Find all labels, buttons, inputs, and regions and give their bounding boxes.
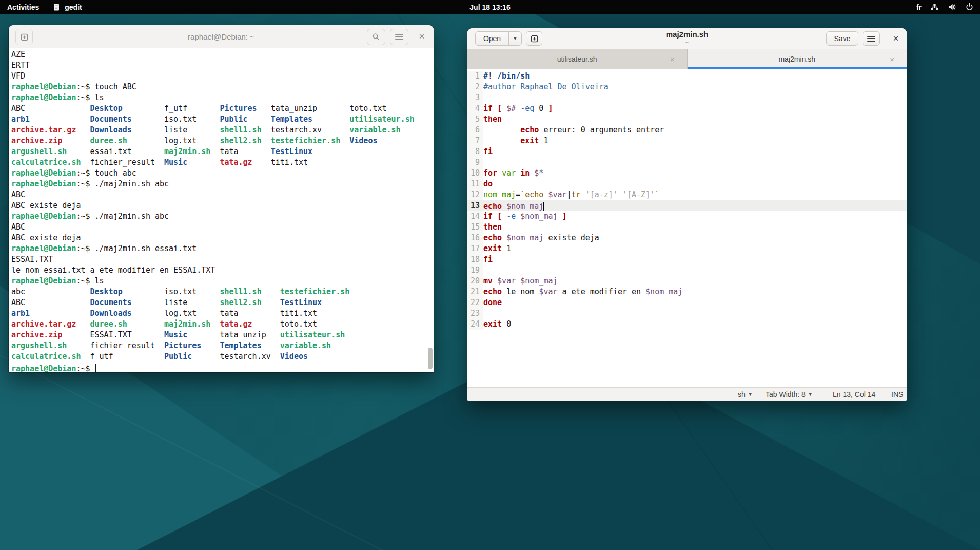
tab-utilisateur[interactable]: utilisateur.sh × bbox=[467, 49, 688, 69]
line-number: 21 bbox=[467, 287, 483, 297]
chevron-down-icon: ▼ bbox=[808, 392, 813, 397]
line-number: 19 bbox=[467, 265, 483, 276]
volume-icon[interactable] bbox=[948, 3, 956, 11]
code-line: 9 bbox=[467, 157, 907, 168]
line-number: 11 bbox=[467, 179, 483, 189]
code-line: 7 exit 1 bbox=[467, 136, 907, 146]
tab-width-selector[interactable]: Tab Width: 8 ▼ bbox=[766, 388, 813, 401]
tab-bar: utilisateur.sh × maj2min.sh × bbox=[467, 49, 907, 69]
code-line: 21echo le nom $var a ete modifier en $no… bbox=[467, 287, 907, 297]
text-caret bbox=[543, 202, 544, 211]
save-button[interactable]: Save bbox=[826, 31, 858, 46]
line-number: 17 bbox=[467, 243, 483, 254]
line-number: 13 bbox=[467, 200, 483, 211]
chevron-down-icon: ▼ bbox=[513, 36, 518, 41]
code-line: 2#author Raphael De Oliveira bbox=[467, 82, 907, 92]
terminal-line: raphael@Debian:~$ touch ABC bbox=[11, 82, 434, 92]
terminal-line: raphael@Debian:~$ touch abc bbox=[11, 168, 434, 179]
line-number: 6 bbox=[467, 125, 483, 136]
code-line: 14if [ -e $nom_maj ] bbox=[467, 211, 907, 222]
code-line: 24exit 0 bbox=[467, 319, 907, 330]
code-line: 10for var in $* bbox=[467, 168, 907, 179]
clock[interactable]: Jul 18 13:16 bbox=[469, 0, 510, 14]
terminal-body[interactable]: AZEERTTVFDraphael@Debian:~$ touch ABCrap… bbox=[9, 48, 434, 372]
line-number: 3 bbox=[467, 92, 483, 103]
terminal-line: raphael@Debian:~$ bbox=[11, 362, 434, 372]
terminal-line: ABC existe deja bbox=[11, 233, 434, 243]
code-line: 15then bbox=[467, 222, 907, 233]
line-number: 8 bbox=[467, 146, 483, 157]
tab-close-icon[interactable]: × bbox=[890, 54, 894, 63]
gedit-title-area: maj2min.sh ~ bbox=[666, 30, 709, 46]
chevron-down-icon: ▼ bbox=[748, 392, 753, 397]
desktop: Activities gedit Jul 18 13:16 fr bbox=[0, 0, 980, 550]
line-number: 9 bbox=[467, 157, 483, 168]
network-wired-icon[interactable] bbox=[930, 3, 939, 11]
terminal-line: ERTT bbox=[11, 60, 434, 71]
gedit-app-icon bbox=[52, 3, 61, 11]
gedit-statusbar: sh ▼ Tab Width: 8 ▼ Ln 13, Col 14 INS bbox=[467, 387, 907, 401]
tab-label: utilisateur.sh bbox=[557, 55, 597, 63]
code-line: 17exit 1 bbox=[467, 243, 907, 254]
open-button[interactable]: Open bbox=[475, 31, 509, 46]
code-line: 20mv $var $nom_maj bbox=[467, 276, 907, 287]
terminal-titlebar[interactable]: raphael@Debian: ~ × bbox=[9, 25, 434, 49]
line-number: 23 bbox=[467, 308, 483, 319]
code-line: 16echo $nom_maj existe deja bbox=[467, 233, 907, 243]
terminal-line: raphael@Debian:~$ ./maj2min.sh essai.txt bbox=[11, 243, 434, 254]
language-selector[interactable]: sh ▼ bbox=[738, 388, 753, 401]
code-line: 3 bbox=[467, 92, 907, 103]
terminal-line: calculatrice.sh fichier_result Music tat… bbox=[11, 157, 434, 168]
terminal-line: raphael@Debian:~$ ./maj2min.sh abc bbox=[11, 211, 434, 222]
gedit-title: maj2min.sh bbox=[666, 30, 709, 38]
app-menu-button[interactable]: gedit bbox=[52, 3, 82, 11]
gedit-menu-button[interactable] bbox=[863, 31, 880, 46]
gedit-close-button[interactable]: × bbox=[889, 31, 903, 46]
keyboard-layout-indicator[interactable]: fr bbox=[916, 3, 922, 11]
terminal-line: VFD bbox=[11, 71, 434, 82]
code-line: 23 bbox=[467, 308, 907, 319]
terminal-line: ABC bbox=[11, 222, 434, 233]
code-line: 8fi bbox=[467, 146, 907, 157]
terminal-line: le nom essai.txt a ete modifier en ESSAI… bbox=[11, 265, 434, 276]
code-line: 11do bbox=[467, 179, 907, 189]
line-number: 7 bbox=[467, 136, 483, 146]
terminal-line: argushell.sh essai.txt maj2min.sh tata T… bbox=[11, 146, 434, 157]
cursor-position: Ln 13, Col 14 bbox=[833, 388, 875, 401]
line-number: 12 bbox=[467, 189, 483, 200]
terminal-line: raphael@Debian:~$ ./maj2min.sh abc bbox=[11, 179, 434, 189]
line-number: 5 bbox=[467, 114, 483, 125]
line-number: 16 bbox=[467, 233, 483, 243]
code-line: 13echo $nom_maj bbox=[467, 200, 907, 211]
code-area: 1#! /bin/sh2#author Raphael De Oliveira3… bbox=[467, 69, 907, 330]
terminal-line: AZE bbox=[11, 49, 434, 60]
new-document-icon bbox=[531, 35, 538, 43]
code-line: 18fi bbox=[467, 254, 907, 265]
editor-view[interactable]: 1#! /bin/sh2#author Raphael De Oliveira3… bbox=[467, 69, 907, 388]
new-tab-icon bbox=[21, 33, 28, 41]
open-recent-dropdown[interactable]: ▼ bbox=[508, 31, 522, 46]
terminal-scrollbar[interactable] bbox=[428, 348, 433, 369]
code-line: 1#! /bin/sh bbox=[467, 71, 907, 82]
terminal-search-button[interactable] bbox=[367, 29, 385, 45]
terminal-close-button[interactable]: × bbox=[414, 29, 429, 44]
gedit-headerbar[interactable]: Open ▼ maj2min.sh ~ Save × bbox=[467, 28, 907, 49]
terminal-menu-button[interactable] bbox=[390, 29, 408, 45]
power-icon[interactable] bbox=[965, 3, 974, 11]
close-icon: × bbox=[893, 33, 898, 44]
activities-button[interactable]: Activities bbox=[7, 3, 39, 11]
code-line: 6 echo erreur: 0 arguments entrer bbox=[467, 125, 907, 136]
gedit-new-document-button[interactable] bbox=[526, 31, 542, 46]
terminal-line: ABC bbox=[11, 189, 434, 200]
tab-close-icon[interactable]: × bbox=[670, 54, 675, 63]
close-icon: × bbox=[419, 31, 424, 42]
line-number: 18 bbox=[467, 254, 483, 265]
code-line: 19 bbox=[467, 265, 907, 276]
code-line: 12nom_maj=`echo $var|tr '[a-z]' '[A-Z]'` bbox=[467, 189, 907, 200]
tab-maj2min[interactable]: maj2min.sh × bbox=[688, 49, 907, 69]
terminal-new-tab-button[interactable] bbox=[15, 29, 33, 45]
terminal-line: abc Desktop iso.txt shell1.sh testefichi… bbox=[11, 287, 434, 297]
tab-label: maj2min.sh bbox=[778, 55, 815, 63]
line-number: 4 bbox=[467, 103, 483, 114]
terminal-cursor bbox=[95, 364, 101, 372]
